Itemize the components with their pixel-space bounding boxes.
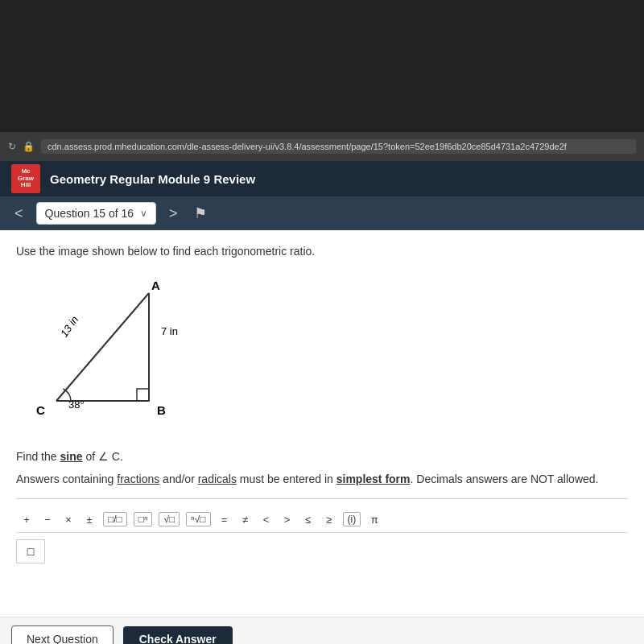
svg-line-0 — [56, 293, 149, 401]
chevron-down-icon: ∨ — [140, 208, 147, 219]
svg-rect-3 — [137, 389, 149, 401]
infinity-button[interactable]: (i) — [343, 512, 361, 526]
label-A: A — [151, 279, 160, 292]
question-instruction: Use the image shown below to find each t… — [16, 245, 628, 258]
pi-button[interactable]: π — [367, 512, 382, 527]
check-answer-button[interactable]: Check Answer — [123, 626, 233, 644]
not-equals-button[interactable]: ≠ — [238, 512, 253, 527]
lock-icon: 🔒 — [23, 141, 35, 152]
plus-minus-button[interactable]: ± — [82, 512, 97, 527]
equals-button[interactable]: = — [217, 512, 232, 527]
reload-icon[interactable]: ↻ — [8, 141, 16, 152]
question-selector[interactable]: Question 15 of 16 ∨ — [36, 202, 157, 225]
label-B: B — [157, 403, 166, 417]
triangle-svg — [32, 270, 209, 427]
times-button[interactable]: × — [61, 512, 76, 527]
address-bar: ↻ 🔒 cdn.assess.prod.mheducation.com/dle-… — [0, 132, 644, 161]
answer-placeholder: □ — [27, 545, 34, 558]
plus-button[interactable]: + — [19, 512, 34, 527]
question-area: Use the image shown below to find each t… — [0, 230, 644, 617]
greater-button[interactable]: > — [280, 512, 295, 527]
next-question-arrow[interactable]: > — [163, 202, 184, 225]
url-bar[interactable]: cdn.assess.prod.mheducation.com/dle-asse… — [41, 139, 636, 154]
answer-input-area: □ — [16, 533, 628, 570]
divider — [16, 498, 628, 499]
less-button[interactable]: < — [259, 512, 274, 527]
footer-buttons: Next Question Check Answer — [0, 617, 644, 644]
triangle-diagram: A B C 13 in 7 in 38° — [32, 270, 242, 431]
leq-button[interactable]: ≤ — [301, 512, 316, 527]
answer-box[interactable]: □ — [16, 539, 45, 564]
label-C: C — [36, 403, 45, 417]
math-toolbar: + − × ± □/□ □ⁿ √□ ⁿ√□ = ≠ < > ≤ ≥ (i) π — [16, 507, 628, 533]
label-opposite: 7 in — [161, 325, 178, 337]
minus-button[interactable]: − — [40, 512, 55, 527]
prev-question-button[interactable]: < — [8, 202, 30, 225]
superscript-button[interactable]: □ⁿ — [134, 512, 153, 526]
label-angle: 38° — [68, 398, 85, 411]
nav-bar: < Question 15 of 16 ∨ > ⚑ — [0, 196, 644, 230]
bookmark-icon[interactable]: ⚑ — [194, 204, 207, 222]
nth-sqrt-button[interactable]: ⁿ√□ — [186, 512, 210, 526]
next-question-button[interactable]: Next Question — [11, 625, 114, 644]
answers-note: Answers containing fractions and/or radi… — [16, 470, 628, 488]
fraction-button[interactable]: □/□ — [103, 512, 127, 526]
find-sine-instruction: Find the sine of ∠ C. — [16, 448, 628, 465]
sqrt-button[interactable]: √□ — [159, 512, 180, 526]
mcgraw-hill-logo: Mc Graw Hill — [11, 164, 40, 193]
question-label: Question 15 of 16 — [45, 207, 134, 220]
geq-button[interactable]: ≥ — [322, 512, 336, 527]
page-title: Geometry Regular Module 9 Review — [50, 172, 255, 186]
header-bar: Mc Graw Hill Geometry Regular Module 9 R… — [0, 161, 644, 196]
